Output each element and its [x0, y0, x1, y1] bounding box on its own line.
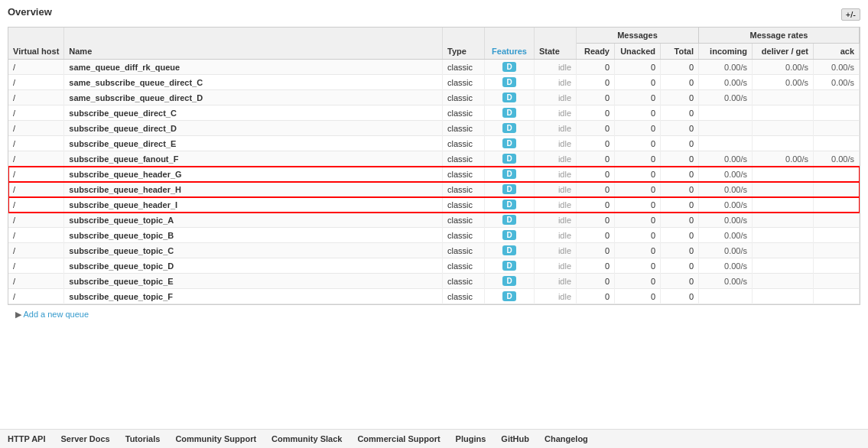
cell-ack: [814, 197, 860, 213]
cell-ready: 0: [577, 274, 615, 289]
cell-name: same_subscribe_queue_direct_C: [64, 75, 443, 90]
cell-ready: 0: [577, 60, 615, 75]
features-badge: D: [502, 123, 515, 133]
features-badge: D: [502, 200, 515, 209]
cell-features: D: [485, 75, 535, 90]
table-row[interactable]: /subscribe_queue_direct_CclassicDidle000: [8, 106, 860, 121]
cell-incoming: 0.00/s: [699, 213, 753, 228]
cell-ack: [814, 90, 860, 106]
footer-link-community-support[interactable]: Community Support: [175, 434, 256, 443]
features-badge: D: [502, 261, 515, 271]
cell-type: classic: [443, 213, 485, 228]
cell-total: 0: [661, 228, 699, 243]
col-header-deliver: deliver / get: [753, 44, 814, 60]
cell-vhost: /: [8, 213, 64, 228]
table-row[interactable]: /same_queue_diff_rk_queueclassicDidle000…: [8, 60, 860, 75]
add-queue-row: ▶ Add a new queue: [8, 305, 860, 324]
cell-vhost: /: [8, 182, 64, 197]
table-row[interactable]: /subscribe_queue_topic_BclassicDidle0000…: [8, 228, 860, 243]
plus-minus-button[interactable]: +/-: [841, 8, 860, 21]
cell-unacked: 0: [615, 182, 661, 197]
table-row[interactable]: /same_subscribe_queue_direct_DclassicDid…: [8, 90, 860, 106]
cell-incoming: 0.00/s: [699, 197, 753, 213]
cell-name: same_subscribe_queue_direct_D: [64, 90, 443, 106]
col-header-unacked: Unacked: [615, 44, 661, 60]
cell-ready: 0: [577, 167, 615, 182]
footer-link-plugins[interactable]: Plugins: [456, 434, 486, 443]
cell-deliver: [753, 106, 814, 121]
cell-unacked: 0: [615, 197, 661, 213]
cell-deliver: [753, 289, 814, 304]
footer-link-changelog[interactable]: Changelog: [545, 434, 588, 443]
features-badge: D: [502, 215, 515, 225]
cell-deliver: [753, 167, 814, 182]
table-row[interactable]: /subscribe_queue_header_GclassicDidle000…: [8, 167, 860, 182]
cell-state: idle: [535, 121, 577, 136]
cell-ack: 0.00/s: [814, 60, 860, 75]
cell-deliver: [753, 213, 814, 228]
triangle-icon: ▶: [15, 310, 21, 319]
message-rates-group-header: Message rates: [699, 28, 860, 44]
cell-incoming: [699, 121, 753, 136]
footer-link-http-api[interactable]: HTTP API: [8, 434, 46, 443]
cell-vhost: /: [8, 243, 64, 258]
footer-link-github[interactable]: GitHub: [501, 434, 529, 443]
cell-total: 0: [661, 289, 699, 304]
queue-table-body: /same_queue_diff_rk_queueclassicDidle000…: [8, 60, 860, 304]
footer-link-community-slack[interactable]: Community Slack: [271, 434, 342, 443]
col-header-type: Type: [443, 28, 485, 60]
features-badge: D: [502, 291, 515, 301]
table-row[interactable]: /subscribe_queue_topic_EclassicDidle0000…: [8, 274, 860, 289]
table-row[interactable]: /subscribe_queue_topic_DclassicDidle0000…: [8, 258, 860, 274]
cell-type: classic: [443, 75, 485, 90]
footer-link-tutorials[interactable]: Tutorials: [125, 434, 161, 443]
cell-unacked: 0: [615, 60, 661, 75]
footer-bar: HTTP APIServer DocsTutorialsCommunity Su…: [0, 429, 868, 448]
cell-type: classic: [443, 90, 485, 106]
features-badge: D: [502, 230, 515, 240]
features-badge: D: [502, 62, 515, 72]
cell-deliver: [753, 121, 814, 136]
cell-features: D: [485, 197, 535, 213]
cell-deliver: [753, 274, 814, 289]
cell-type: classic: [443, 121, 485, 136]
table-row[interactable]: /subscribe_queue_topic_AclassicDidle0000…: [8, 213, 860, 228]
features-badge: D: [502, 184, 515, 194]
cell-ready: 0: [577, 228, 615, 243]
table-row[interactable]: /subscribe_queue_fanout_FclassicDidle000…: [8, 151, 860, 167]
cell-unacked: 0: [615, 106, 661, 121]
cell-unacked: 0: [615, 136, 661, 151]
cell-features: D: [485, 90, 535, 106]
features-badge: D: [502, 77, 515, 87]
table-row[interactable]: /subscribe_queue_direct_EclassicDidle000: [8, 136, 860, 151]
cell-ready: 0: [577, 151, 615, 167]
cell-type: classic: [443, 228, 485, 243]
cell-vhost: /: [8, 228, 64, 243]
cell-total: 0: [661, 213, 699, 228]
cell-incoming: [699, 289, 753, 304]
cell-unacked: 0: [615, 121, 661, 136]
table-row[interactable]: /subscribe_queue_header_IclassicDidle000…: [8, 197, 860, 213]
cell-total: 0: [661, 151, 699, 167]
cell-name: subscribe_queue_direct_E: [64, 136, 443, 151]
table-row[interactable]: /same_subscribe_queue_direct_CclassicDid…: [8, 75, 860, 90]
cell-incoming: [699, 106, 753, 121]
cell-features: D: [485, 289, 535, 304]
cell-unacked: 0: [615, 213, 661, 228]
table-row[interactable]: /subscribe_queue_direct_DclassicDidle000: [8, 121, 860, 136]
table-row[interactable]: /subscribe_queue_topic_CclassicDidle0000…: [8, 243, 860, 258]
footer-link-commercial-support[interactable]: Commercial Support: [357, 434, 440, 443]
cell-ready: 0: [577, 121, 615, 136]
cell-total: 0: [661, 60, 699, 75]
cell-ack: [814, 182, 860, 197]
cell-type: classic: [443, 258, 485, 274]
cell-unacked: 0: [615, 258, 661, 274]
table-row[interactable]: /subscribe_queue_header_HclassicDidle000…: [8, 182, 860, 197]
features-badge: D: [502, 276, 515, 286]
features-badge: D: [502, 245, 515, 255]
add-queue-link[interactable]: Add a new queue: [23, 310, 89, 319]
footer-link-server-docs[interactable]: Server Docs: [61, 434, 110, 443]
cell-state: idle: [535, 167, 577, 182]
messages-group-header: Messages: [577, 28, 699, 44]
table-row[interactable]: /subscribe_queue_topic_FclassicDidle000: [8, 289, 860, 304]
